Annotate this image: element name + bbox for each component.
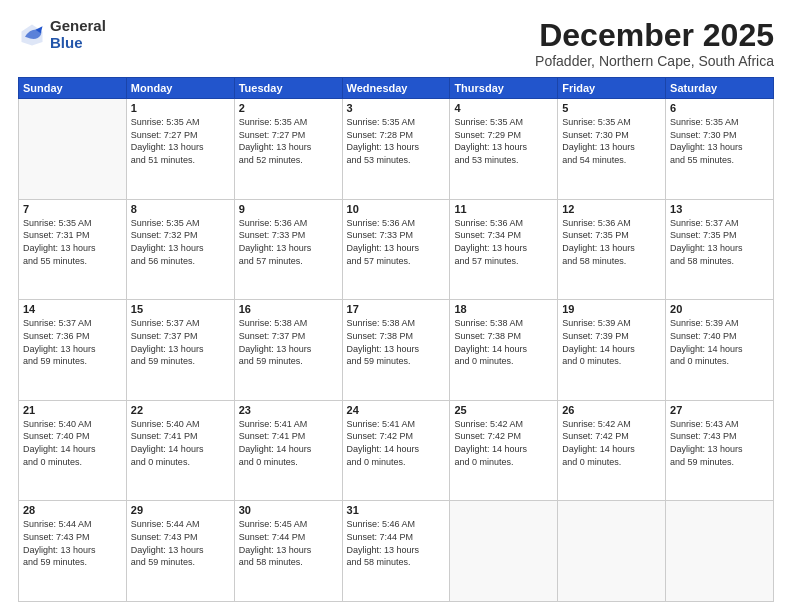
table-row: 12Sunrise: 5:36 AMSunset: 7:35 PMDayligh…	[558, 199, 666, 300]
col-sunday: Sunday	[19, 78, 127, 99]
day-info: Sunrise: 5:36 AMSunset: 7:34 PMDaylight:…	[454, 217, 553, 267]
day-info: Sunrise: 5:38 AMSunset: 7:38 PMDaylight:…	[454, 317, 553, 367]
calendar-week-row: 7Sunrise: 5:35 AMSunset: 7:31 PMDaylight…	[19, 199, 774, 300]
table-row	[450, 501, 558, 602]
table-row: 8Sunrise: 5:35 AMSunset: 7:32 PMDaylight…	[126, 199, 234, 300]
calendar-header-row: Sunday Monday Tuesday Wednesday Thursday…	[19, 78, 774, 99]
day-info: Sunrise: 5:46 AMSunset: 7:44 PMDaylight:…	[347, 518, 446, 568]
day-number: 1	[131, 102, 230, 114]
day-info: Sunrise: 5:37 AMSunset: 7:37 PMDaylight:…	[131, 317, 230, 367]
day-number: 7	[23, 203, 122, 215]
day-info: Sunrise: 5:39 AMSunset: 7:39 PMDaylight:…	[562, 317, 661, 367]
day-info: Sunrise: 5:35 AMSunset: 7:32 PMDaylight:…	[131, 217, 230, 267]
day-info: Sunrise: 5:35 AMSunset: 7:30 PMDaylight:…	[562, 116, 661, 166]
calendar-week-row: 21Sunrise: 5:40 AMSunset: 7:40 PMDayligh…	[19, 400, 774, 501]
table-row: 9Sunrise: 5:36 AMSunset: 7:33 PMDaylight…	[234, 199, 342, 300]
day-info: Sunrise: 5:43 AMSunset: 7:43 PMDaylight:…	[670, 418, 769, 468]
day-number: 18	[454, 303, 553, 315]
day-number: 17	[347, 303, 446, 315]
calendar-table: Sunday Monday Tuesday Wednesday Thursday…	[18, 77, 774, 602]
table-row: 27Sunrise: 5:43 AMSunset: 7:43 PMDayligh…	[666, 400, 774, 501]
col-thursday: Thursday	[450, 78, 558, 99]
table-row: 15Sunrise: 5:37 AMSunset: 7:37 PMDayligh…	[126, 300, 234, 401]
logo: General Blue	[18, 18, 106, 51]
table-row: 10Sunrise: 5:36 AMSunset: 7:33 PMDayligh…	[342, 199, 450, 300]
table-row: 18Sunrise: 5:38 AMSunset: 7:38 PMDayligh…	[450, 300, 558, 401]
col-friday: Friday	[558, 78, 666, 99]
table-row: 3Sunrise: 5:35 AMSunset: 7:28 PMDaylight…	[342, 99, 450, 200]
day-number: 31	[347, 504, 446, 516]
logo-icon	[18, 21, 46, 49]
calendar-week-row: 14Sunrise: 5:37 AMSunset: 7:36 PMDayligh…	[19, 300, 774, 401]
table-row: 24Sunrise: 5:41 AMSunset: 7:42 PMDayligh…	[342, 400, 450, 501]
day-info: Sunrise: 5:35 AMSunset: 7:30 PMDaylight:…	[670, 116, 769, 166]
col-wednesday: Wednesday	[342, 78, 450, 99]
table-row	[558, 501, 666, 602]
day-number: 30	[239, 504, 338, 516]
day-info: Sunrise: 5:41 AMSunset: 7:41 PMDaylight:…	[239, 418, 338, 468]
day-number: 25	[454, 404, 553, 416]
table-row: 11Sunrise: 5:36 AMSunset: 7:34 PMDayligh…	[450, 199, 558, 300]
table-row: 1Sunrise: 5:35 AMSunset: 7:27 PMDaylight…	[126, 99, 234, 200]
table-row: 25Sunrise: 5:42 AMSunset: 7:42 PMDayligh…	[450, 400, 558, 501]
calendar-week-row: 1Sunrise: 5:35 AMSunset: 7:27 PMDaylight…	[19, 99, 774, 200]
day-info: Sunrise: 5:40 AMSunset: 7:41 PMDaylight:…	[131, 418, 230, 468]
day-info: Sunrise: 5:42 AMSunset: 7:42 PMDaylight:…	[562, 418, 661, 468]
day-number: 2	[239, 102, 338, 114]
table-row: 7Sunrise: 5:35 AMSunset: 7:31 PMDaylight…	[19, 199, 127, 300]
day-number: 21	[23, 404, 122, 416]
header: General Blue December 2025 Pofadder, Nor…	[18, 18, 774, 69]
day-number: 5	[562, 102, 661, 114]
day-number: 14	[23, 303, 122, 315]
table-row: 26Sunrise: 5:42 AMSunset: 7:42 PMDayligh…	[558, 400, 666, 501]
day-number: 22	[131, 404, 230, 416]
day-info: Sunrise: 5:38 AMSunset: 7:37 PMDaylight:…	[239, 317, 338, 367]
logo-text: General Blue	[50, 18, 106, 51]
day-number: 27	[670, 404, 769, 416]
day-info: Sunrise: 5:36 AMSunset: 7:33 PMDaylight:…	[347, 217, 446, 267]
table-row: 2Sunrise: 5:35 AMSunset: 7:27 PMDaylight…	[234, 99, 342, 200]
day-number: 4	[454, 102, 553, 114]
table-row: 17Sunrise: 5:38 AMSunset: 7:38 PMDayligh…	[342, 300, 450, 401]
day-number: 11	[454, 203, 553, 215]
day-info: Sunrise: 5:35 AMSunset: 7:31 PMDaylight:…	[23, 217, 122, 267]
table-row: 14Sunrise: 5:37 AMSunset: 7:36 PMDayligh…	[19, 300, 127, 401]
day-number: 23	[239, 404, 338, 416]
table-row: 5Sunrise: 5:35 AMSunset: 7:30 PMDaylight…	[558, 99, 666, 200]
day-info: Sunrise: 5:36 AMSunset: 7:35 PMDaylight:…	[562, 217, 661, 267]
day-info: Sunrise: 5:39 AMSunset: 7:40 PMDaylight:…	[670, 317, 769, 367]
page: General Blue December 2025 Pofadder, Nor…	[0, 0, 792, 612]
day-number: 10	[347, 203, 446, 215]
day-number: 26	[562, 404, 661, 416]
subtitle: Pofadder, Northern Cape, South Africa	[535, 53, 774, 69]
logo-blue-text: Blue	[50, 35, 106, 52]
table-row: 20Sunrise: 5:39 AMSunset: 7:40 PMDayligh…	[666, 300, 774, 401]
day-number: 12	[562, 203, 661, 215]
day-info: Sunrise: 5:41 AMSunset: 7:42 PMDaylight:…	[347, 418, 446, 468]
day-number: 15	[131, 303, 230, 315]
day-number: 29	[131, 504, 230, 516]
day-number: 8	[131, 203, 230, 215]
day-number: 3	[347, 102, 446, 114]
day-number: 9	[239, 203, 338, 215]
table-row: 30Sunrise: 5:45 AMSunset: 7:44 PMDayligh…	[234, 501, 342, 602]
day-info: Sunrise: 5:44 AMSunset: 7:43 PMDaylight:…	[131, 518, 230, 568]
day-info: Sunrise: 5:35 AMSunset: 7:29 PMDaylight:…	[454, 116, 553, 166]
day-info: Sunrise: 5:40 AMSunset: 7:40 PMDaylight:…	[23, 418, 122, 468]
table-row: 28Sunrise: 5:44 AMSunset: 7:43 PMDayligh…	[19, 501, 127, 602]
day-info: Sunrise: 5:36 AMSunset: 7:33 PMDaylight:…	[239, 217, 338, 267]
table-row: 29Sunrise: 5:44 AMSunset: 7:43 PMDayligh…	[126, 501, 234, 602]
day-number: 24	[347, 404, 446, 416]
table-row: 16Sunrise: 5:38 AMSunset: 7:37 PMDayligh…	[234, 300, 342, 401]
table-row: 31Sunrise: 5:46 AMSunset: 7:44 PMDayligh…	[342, 501, 450, 602]
day-info: Sunrise: 5:45 AMSunset: 7:44 PMDaylight:…	[239, 518, 338, 568]
logo-general-text: General	[50, 18, 106, 35]
day-number: 20	[670, 303, 769, 315]
table-row: 6Sunrise: 5:35 AMSunset: 7:30 PMDaylight…	[666, 99, 774, 200]
day-number: 6	[670, 102, 769, 114]
col-saturday: Saturday	[666, 78, 774, 99]
day-info: Sunrise: 5:37 AMSunset: 7:36 PMDaylight:…	[23, 317, 122, 367]
day-number: 16	[239, 303, 338, 315]
day-info: Sunrise: 5:38 AMSunset: 7:38 PMDaylight:…	[347, 317, 446, 367]
day-info: Sunrise: 5:35 AMSunset: 7:27 PMDaylight:…	[239, 116, 338, 166]
